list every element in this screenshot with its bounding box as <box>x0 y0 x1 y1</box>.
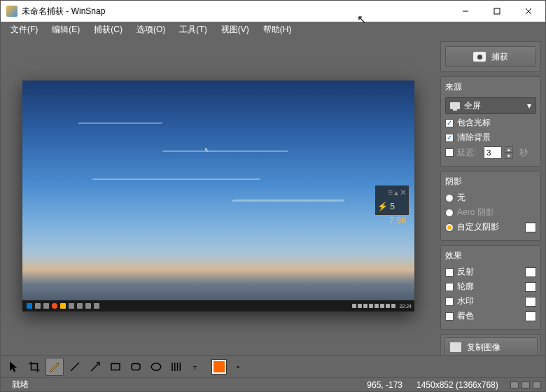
svg-rect-1 <box>494 8 500 14</box>
status-icon-2[interactable] <box>522 382 530 388</box>
menu-options[interactable]: 选项(O) <box>130 22 172 38</box>
taskview-icon <box>43 303 49 309</box>
shadow-none-label: 无 <box>457 192 465 204</box>
shadow-none-radio[interactable] <box>445 194 454 202</box>
include-cursor-label: 包含光标 <box>457 117 491 129</box>
minimize-button[interactable] <box>449 1 481 21</box>
include-cursor-row[interactable]: 包含光标 <box>445 117 536 129</box>
svg-text:T: T <box>193 365 197 372</box>
effects-title: 效果 <box>445 250 536 262</box>
shadow-aero-label: Aero 阴影 <box>457 206 494 218</box>
include-cursor-checkbox[interactable] <box>445 119 454 127</box>
shadow-group: 阴影 无 Aero 阴影 自定义阴影 <box>440 171 541 241</box>
tool-blur[interactable] <box>167 358 186 376</box>
window-title: 未命名捕获 - WinSnap <box>22 6 449 18</box>
menu-edit[interactable]: 编辑(E) <box>45 22 87 38</box>
camera-icon <box>473 52 486 62</box>
effect-outline-row[interactable]: 轮廓 <box>445 281 536 293</box>
shadow-color-swatch[interactable] <box>525 223 536 232</box>
effect-watermark-checkbox[interactable] <box>445 298 454 306</box>
close-button[interactable] <box>512 1 544 21</box>
clear-background-checkbox[interactable] <box>445 134 454 142</box>
status-icon-1[interactable] <box>510 382 519 388</box>
tool-line[interactable] <box>66 358 84 376</box>
delay-unit: 秒 <box>519 147 528 159</box>
tray2-icon <box>358 304 362 308</box>
tray6-icon <box>380 304 384 308</box>
search-icon <box>35 303 41 309</box>
delay-spinner-arrows[interactable]: ▴▾ <box>505 146 513 159</box>
status-icon-3[interactable] <box>533 382 541 388</box>
effect-watermark-row[interactable]: 水印 <box>445 295 536 307</box>
tool-ellipse[interactable] <box>147 358 165 376</box>
effect-tint-swatch[interactable] <box>525 312 536 321</box>
effect-outline-swatch[interactable] <box>525 282 536 292</box>
source-group: 来源 全屏 ▾ 包含光标 清除背景 延迟: 3 <box>440 76 541 167</box>
shadow-custom-radio[interactable] <box>445 223 454 232</box>
tool-more[interactable]: ▪ <box>231 360 245 374</box>
delay-checkbox[interactable] <box>445 148 454 157</box>
menu-view[interactable]: 视图(V) <box>214 22 256 38</box>
svg-point-8 <box>151 363 161 370</box>
effect-reflection-checkbox[interactable] <box>445 268 454 276</box>
captured-image[interactable]: ↖ ≡▴✕ ⚡ 5 7.9K <box>22 80 414 312</box>
tool-rounded-rect[interactable] <box>127 358 145 376</box>
window-controls <box>449 1 544 21</box>
clear-background-row[interactable]: 清除背景 <box>445 132 536 144</box>
tray5-icon <box>374 304 379 308</box>
maximize-button[interactable] <box>481 1 512 21</box>
effect-watermark-swatch[interactable] <box>525 297 536 307</box>
start-icon <box>27 303 32 309</box>
body: ↖ ≡▴✕ ⚡ 5 7.9K <box>1 37 545 355</box>
svg-line-4 <box>71 363 79 371</box>
shadow-custom-row[interactable]: 自定义阴影 <box>445 221 536 233</box>
effect-tint-checkbox[interactable] <box>445 312 454 321</box>
effect-reflection-row[interactable]: 反射 <box>445 266 536 278</box>
right-panel: 捕获 来源 全屏 ▾ 包含光标 清除背景 <box>436 37 545 355</box>
copy-icon <box>450 342 461 352</box>
shadow-aero-radio <box>445 209 454 217</box>
tool-highlighter[interactable] <box>46 358 64 376</box>
copy-image-button[interactable]: 复制图像 <box>444 337 538 355</box>
app-window: ↖ 未命名捕获 - WinSnap 文件(F) 编辑(E) 捕获(C) 选项(O… <box>0 0 546 392</box>
capture-button[interactable]: 捕获 <box>445 46 536 67</box>
effect-outline-checkbox[interactable] <box>445 283 454 291</box>
menu-help[interactable]: 帮助(H) <box>256 22 299 38</box>
source-select-label: 全屏 <box>464 100 481 112</box>
status-dims: 1450x852 (1366x768) <box>410 380 507 390</box>
tool-toolbar: T ▪ <box>1 355 545 377</box>
tool-crop[interactable] <box>25 358 43 376</box>
delay-spinner[interactable]: 3 <box>484 146 502 159</box>
desktop-widget: ≡▴✕ ⚡ 5 7.9K <box>375 186 409 215</box>
canvas-area[interactable]: ↖ ≡▴✕ ⚡ 5 7.9K <box>1 37 436 355</box>
shadow-title: 阴影 <box>445 176 536 188</box>
source-title: 来源 <box>445 81 536 93</box>
shadow-none-row[interactable]: 无 <box>445 192 536 204</box>
effect-outline-label: 轮廓 <box>457 281 474 293</box>
monitor-icon <box>450 102 460 109</box>
menu-capture[interactable]: 捕获(C) <box>87 22 130 38</box>
effect-tint-row[interactable]: 着色 <box>445 310 536 322</box>
effects-group: 效果 反射 轮廓 水印 着色 <box>440 245 541 330</box>
effect-watermark-label: 水印 <box>457 295 474 307</box>
delay-row[interactable]: 延迟: 3 ▴▾ 秒 <box>445 146 536 159</box>
menu-file[interactable]: 文件(F) <box>4 22 45 38</box>
statusbar: 就绪 965, -173 1450x852 (1366x768) <box>1 377 545 391</box>
tray8-icon <box>391 304 396 308</box>
menu-tools[interactable]: 工具(T) <box>172 22 214 38</box>
titlebar: 未命名捕获 - WinSnap <box>1 1 545 22</box>
source-select[interactable]: 全屏 ▾ <box>445 97 536 114</box>
tool-rectangle[interactable] <box>106 358 125 376</box>
browser-icon <box>52 303 57 309</box>
tool-text[interactable]: T <box>188 358 206 376</box>
effect-reflection-label: 反射 <box>457 266 474 278</box>
captured-taskbar: 22:24 <box>22 300 414 312</box>
tool-pointer[interactable] <box>5 358 23 376</box>
tool-color-picker[interactable] <box>212 360 226 374</box>
menubar: 文件(F) 编辑(E) 捕获(C) 选项(O) 工具(T) 视图(V) 帮助(H… <box>1 22 545 37</box>
tray3-icon <box>363 304 368 308</box>
tool-arrow[interactable] <box>86 358 104 376</box>
capture-group: 捕获 <box>440 41 541 72</box>
app1-icon <box>69 303 74 309</box>
effect-reflection-swatch[interactable] <box>525 267 536 277</box>
